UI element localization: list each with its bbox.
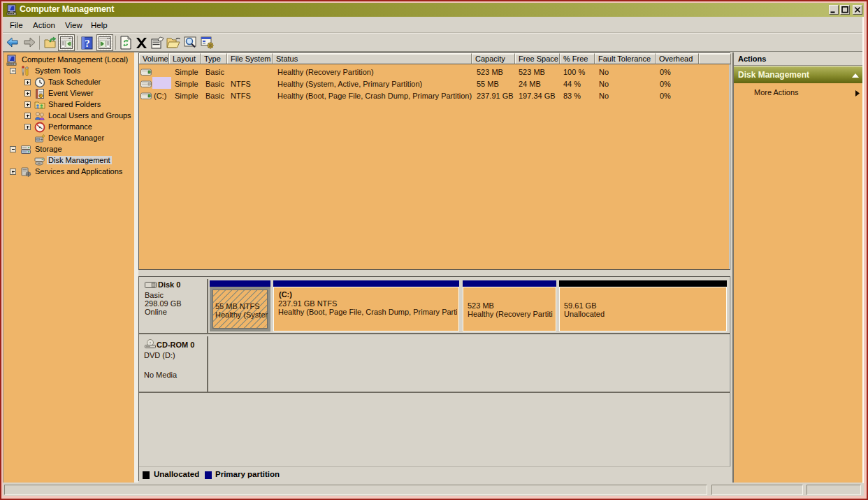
svg-text:?: ? xyxy=(85,38,90,49)
